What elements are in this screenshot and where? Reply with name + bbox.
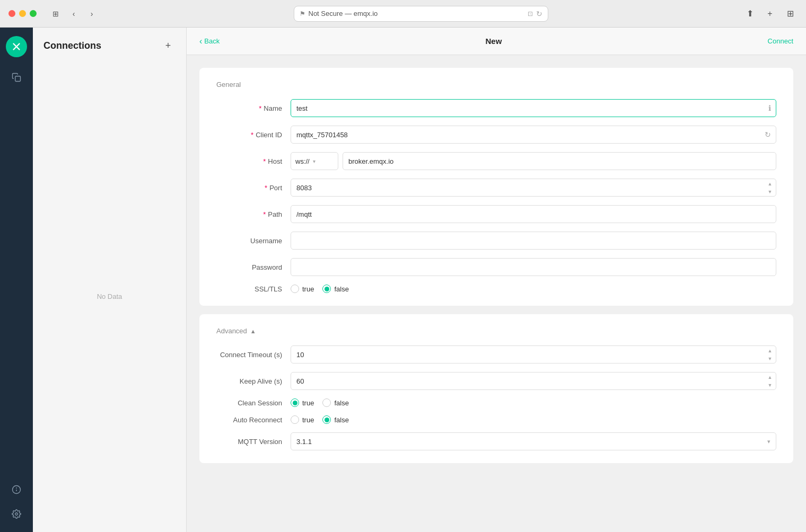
clean-session-true-option[interactable]: true [291, 398, 314, 407]
forward-history-button[interactable]: › [84, 8, 99, 20]
keep-alive-decrement-button[interactable]: ▼ [765, 381, 775, 389]
auto-reconnect-row: Auto Reconnect true false [216, 415, 776, 424]
mqtt-version-label: MQTT Version [216, 438, 291, 446]
auto-reconnect-true-radio[interactable] [291, 415, 299, 424]
port-decrement-button[interactable]: ▼ [765, 188, 775, 196]
new-tab-button[interactable]: + [763, 6, 777, 21]
refresh-client-id-icon[interactable]: ↻ [765, 130, 771, 139]
clean-session-true-radio[interactable] [291, 398, 299, 407]
back-button[interactable]: ‹ Back [199, 37, 220, 46]
name-input-wrapper: ℹ [291, 99, 776, 117]
clean-session-radio-group: true false [291, 398, 349, 407]
app-layout: Connections + No Data ‹ Back New Connect… [0, 28, 806, 532]
ssl-true-option[interactable]: true [291, 285, 314, 293]
clean-session-false-option[interactable]: false [322, 398, 348, 407]
advanced-section-header[interactable]: Advanced ▲ [216, 327, 776, 335]
port-increment-button[interactable]: ▲ [765, 180, 775, 188]
keep-alive-label: Keep Alive (s) [216, 377, 291, 385]
sidebar [0, 28, 33, 532]
minimize-button[interactable] [19, 10, 26, 17]
maximize-button[interactable] [30, 10, 37, 17]
client-id-label: *Client ID [216, 131, 291, 139]
topbar: ‹ Back New Connect [187, 28, 806, 55]
client-id-input[interactable] [291, 126, 776, 144]
host-protocol-select[interactable]: ws:// ▾ [291, 152, 338, 170]
path-label: *Path [216, 210, 291, 218]
auto-reconnect-false-option[interactable]: false [322, 415, 348, 424]
share-button[interactable]: ⬆ [742, 6, 757, 21]
keep-alive-row: Keep Alive (s) ▲ ▼ [216, 372, 776, 390]
username-input[interactable] [291, 232, 776, 250]
ssl-tls-row: SSL/TLS true false [216, 285, 776, 293]
name-row: *Name ℹ [216, 99, 776, 117]
auto-reconnect-radio-group: true false [291, 415, 349, 424]
ssl-tls-radio-group: true false [291, 285, 349, 293]
info-icon [12, 485, 21, 494]
settings-icon [12, 509, 21, 519]
titlebar-controls: ⊞ ‹ › [48, 8, 99, 20]
client-id-input-wrapper: ↻ [291, 126, 776, 144]
no-data-text: No Data [97, 292, 122, 300]
advanced-section: Advanced ▲ Connect Timeout (s) ▲ ▼ [199, 314, 793, 463]
connect-timeout-label: Connect Timeout (s) [216, 351, 291, 359]
sidebar-toggle-button[interactable]: ⊞ [48, 8, 63, 20]
ssl-false-radio[interactable] [322, 285, 331, 293]
copy-icon-button[interactable] [7, 68, 26, 87]
svg-point-4 [15, 513, 18, 516]
connect-timeout-stepper: ▲ ▼ [765, 347, 775, 362]
password-label: Password [216, 263, 291, 271]
ssl-true-label: true [302, 285, 314, 293]
ssl-true-radio[interactable] [291, 285, 299, 293]
address-bar[interactable]: ⚑ Not Secure — emqx.io ⊡ ↻ [294, 6, 548, 22]
chevron-up-icon: ▲ [250, 328, 256, 334]
password-input[interactable] [291, 258, 776, 276]
info-button[interactable] [7, 480, 26, 499]
ssl-false-option[interactable]: false [322, 285, 348, 293]
username-label: Username [216, 237, 291, 245]
port-input[interactable] [291, 179, 776, 197]
port-input-group: ▲ ▼ [291, 179, 776, 197]
titlebar-right: ⬆ + ⊞ [742, 6, 798, 21]
clean-session-false-radio[interactable] [322, 398, 331, 407]
connect-timeout-decrement-button[interactable]: ▼ [765, 354, 775, 362]
keep-alive-increment-button[interactable]: ▲ [765, 373, 775, 381]
mqtt-version-select[interactable]: 3.1.1 ▾ [291, 432, 776, 450]
settings-button[interactable] [7, 504, 26, 524]
host-label: *Host [216, 157, 291, 165]
auto-reconnect-true-option[interactable]: true [291, 415, 314, 424]
connections-title: Connections [43, 40, 101, 51]
keep-alive-input[interactable] [291, 372, 776, 390]
connect-button[interactable]: Connect [768, 37, 793, 45]
url-text: Not Secure — emqx.io [309, 10, 378, 17]
auto-reconnect-false-radio[interactable] [322, 415, 331, 424]
connect-timeout-input[interactable] [291, 345, 776, 363]
name-info-icon: ℹ [768, 104, 771, 112]
name-input[interactable] [291, 99, 776, 117]
path-required-star: * [263, 210, 266, 218]
client-id-required-star: * [251, 131, 253, 139]
ssl-false-label: false [334, 285, 348, 293]
page-title: New [220, 37, 767, 46]
traffic-lights [8, 10, 37, 17]
mqtt-version-row: MQTT Version 3.1.1 ▾ [216, 432, 776, 450]
app-logo[interactable] [6, 36, 27, 57]
connect-timeout-increment-button[interactable]: ▲ [765, 347, 775, 354]
form-area: General *Name ℹ *Client ID [187, 55, 806, 532]
close-button[interactable] [8, 10, 15, 17]
chevron-down-icon: ▾ [313, 158, 316, 164]
titlebar: ⊞ ‹ › ⚑ Not Secure — emqx.io ⊡ ↻ ⬆ + ⊞ [0, 0, 806, 28]
username-row: Username [216, 232, 776, 250]
general-section-title: General [216, 81, 776, 88]
password-row: Password [216, 258, 776, 276]
keep-alive-input-group: ▲ ▼ [291, 372, 776, 390]
tab-overview-button[interactable]: ⊞ [783, 6, 798, 21]
reload-icon[interactable]: ↻ [536, 10, 542, 18]
host-group: ws:// ▾ [291, 152, 776, 170]
host-row: *Host ws:// ▾ [216, 152, 776, 170]
back-history-button[interactable]: ‹ [66, 8, 81, 20]
connections-header: Connections + [33, 28, 186, 60]
port-row: *Port ▲ ▼ [216, 179, 776, 197]
host-input[interactable] [343, 152, 776, 170]
add-connection-button[interactable]: + [161, 38, 176, 53]
path-input[interactable] [291, 205, 776, 223]
